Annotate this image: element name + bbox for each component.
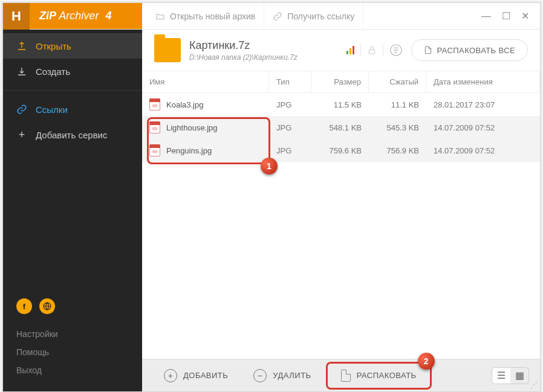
col-size[interactable]: Размер xyxy=(311,71,369,92)
cell-type: JPG xyxy=(269,100,311,109)
unpack-all-button[interactable]: РАСПАКОВАТЬ ВСЕ xyxy=(411,39,528,61)
bottombar: + ДОБАВИТЬ − УДАЛИТЬ РАСПАКОВАТЬ 2 ☰ ▦ xyxy=(142,359,540,391)
sidebar-exit[interactable]: Выход xyxy=(16,361,129,379)
cell-size: 11.5 KB xyxy=(311,100,369,109)
get-link-label: Получить ссылку xyxy=(287,11,354,21)
lock-icon[interactable] xyxy=(367,45,377,55)
link-icon xyxy=(16,104,27,115)
table-row[interactable]: Koala3.jpgJPG11.5 KB11.1 KB28.01.2017 23… xyxy=(142,93,540,116)
sidebar-open-label: Открыть xyxy=(36,41,71,51)
cell-size: 759.6 KB xyxy=(311,146,369,155)
plus-icon: + xyxy=(16,129,27,140)
open-new-archive-button[interactable]: Открыть новый архив xyxy=(147,3,264,29)
annotation-selection-2: РАСПАКОВАТЬ 2 xyxy=(326,362,432,390)
col-packed[interactable]: Сжатый xyxy=(369,71,426,92)
open-new-archive-label: Открыть новый архив xyxy=(170,11,255,21)
sidebar-links[interactable]: Ссылки xyxy=(3,97,142,122)
sidebar: Открыть Создать Ссылки + Добавить сервис… xyxy=(3,30,142,391)
divider xyxy=(360,44,361,56)
app-window: H ZiP Archiver 4 Открыть новый архив Пол… xyxy=(2,2,541,392)
unpack-label: РАСПАКОВАТЬ xyxy=(357,371,417,380)
cell-date: 28.01.2017 23:07 xyxy=(426,100,540,109)
facebook-icon[interactable]: f xyxy=(16,298,32,314)
resize-grip-icon[interactable]: ⋰ xyxy=(530,381,538,389)
archive-title: Картинки.7z xyxy=(189,39,338,52)
document-icon xyxy=(341,370,351,382)
logo-version: 4 xyxy=(105,10,111,22)
cell-name: Lighthouse.jpg xyxy=(142,121,269,133)
view-toggle: ☰ ▦ xyxy=(492,367,529,384)
cell-date: 14.07.2009 07:52 xyxy=(426,146,540,155)
jpg-file-icon xyxy=(149,144,160,156)
table-row[interactable]: Penguins.jpgJPG759.6 KB756.9 KB14.07.200… xyxy=(142,139,540,162)
archive-header: Картинки.7z D:\Новая папка (2)\Картинки.… xyxy=(142,30,540,71)
add-button[interactable]: + ДОБАВИТЬ xyxy=(153,364,239,387)
sidebar-create[interactable]: Создать xyxy=(3,59,142,84)
sidebar-open[interactable]: Открыть xyxy=(3,33,142,59)
get-link-button[interactable]: Получить ссылку xyxy=(264,3,363,29)
info-icon[interactable] xyxy=(389,43,403,57)
cell-date: 14.07.2009 07:52 xyxy=(426,123,540,132)
file-name: Lighthouse.jpg xyxy=(166,123,218,132)
sidebar-settings[interactable]: Настройки xyxy=(16,325,129,343)
body: Открыть Создать Ссылки + Добавить сервис… xyxy=(3,30,540,391)
cell-packed: 545.3 KB xyxy=(369,123,426,132)
sidebar-help[interactable]: Помощь xyxy=(16,343,129,361)
cell-name: Penguins.jpg xyxy=(142,144,269,156)
archive-info: Картинки.7z D:\Новая папка (2)\Картинки.… xyxy=(189,39,338,62)
view-grid-button[interactable]: ▦ xyxy=(510,368,528,384)
plus-circle-icon: + xyxy=(164,369,177,382)
minimize-button[interactable]: — xyxy=(481,11,491,22)
upload-icon xyxy=(16,40,27,51)
archive-path: D:\Новая папка (2)\Картинки.7z xyxy=(189,53,338,62)
logo-thin: Archiver xyxy=(59,10,99,22)
logo: H ZiP Archiver 4 xyxy=(3,3,142,29)
jpg-file-icon xyxy=(149,98,160,111)
jpg-file-icon xyxy=(149,121,160,133)
titlebar: H ZiP Archiver 4 Открыть новый архив Пол… xyxy=(3,3,540,30)
sidebar-links-label: Ссылки xyxy=(36,104,68,115)
sidebar-add-service-label: Добавить сервис xyxy=(36,130,108,140)
unpack-button[interactable]: РАСПАКОВАТЬ xyxy=(330,365,428,387)
divider xyxy=(3,90,142,91)
header-icons xyxy=(346,43,403,57)
folder-open-icon xyxy=(155,11,165,21)
table-body: Koala3.jpgJPG11.5 KB11.1 KB28.01.2017 23… xyxy=(142,93,540,359)
delete-button[interactable]: − УДАЛИТЬ xyxy=(242,364,322,387)
download-icon xyxy=(16,66,27,77)
col-type[interactable]: Тип xyxy=(269,71,311,92)
close-button[interactable]: ✕ xyxy=(521,10,529,22)
cell-packed: 756.9 KB xyxy=(369,146,426,155)
link-icon xyxy=(273,11,282,21)
logo-brand: ZiP xyxy=(39,10,56,22)
file-name: Koala3.jpg xyxy=(166,100,203,109)
window-controls: — ☐ ✕ xyxy=(470,3,540,29)
minus-circle-icon: − xyxy=(253,369,267,382)
col-date[interactable]: Дата изменения xyxy=(426,71,540,92)
cell-name: Koala3.jpg xyxy=(142,98,269,111)
social-links: f xyxy=(16,298,129,314)
cell-type: JPG xyxy=(269,146,311,155)
divider xyxy=(383,44,383,56)
delete-label: УДАЛИТЬ xyxy=(273,371,311,380)
table-header: Имя Тип Размер Сжатый Дата изменения xyxy=(142,71,540,93)
main: Картинки.7z D:\Новая папка (2)\Картинки.… xyxy=(142,30,540,391)
sidebar-create-label: Создать xyxy=(36,66,70,77)
stats-icon[interactable] xyxy=(346,46,354,54)
svg-rect-1 xyxy=(369,50,374,54)
logo-text: ZiP Archiver 4 xyxy=(39,10,111,22)
cell-type: JPG xyxy=(269,123,311,132)
globe-icon[interactable] xyxy=(39,298,55,314)
col-name[interactable]: Имя xyxy=(142,71,269,92)
logo-h-icon: H xyxy=(3,3,30,30)
maximize-button[interactable]: ☐ xyxy=(502,10,510,22)
add-label: ДОБАВИТЬ xyxy=(183,371,228,380)
unpack-all-label: РАСПАКОВАТЬ ВСЕ xyxy=(437,46,515,55)
cell-size: 548.1 KB xyxy=(311,123,369,132)
document-icon xyxy=(424,45,432,55)
sidebar-add-service[interactable]: + Добавить сервис xyxy=(3,122,142,147)
titlebar-actions: Открыть новый архив Получить ссылку xyxy=(142,3,470,29)
view-list-button[interactable]: ☰ xyxy=(492,368,510,384)
table-row[interactable]: Lighthouse.jpgJPG548.1 KB545.3 KB14.07.2… xyxy=(142,116,540,139)
cell-packed: 11.1 KB xyxy=(369,100,426,109)
